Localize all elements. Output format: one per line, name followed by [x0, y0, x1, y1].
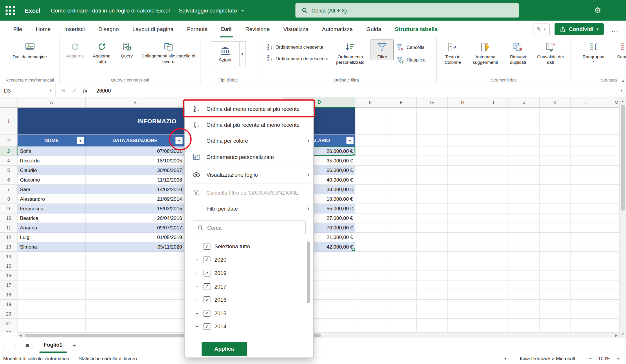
grid-cell[interactable]: [448, 135, 478, 146]
grid-cell[interactable]: [355, 223, 386, 233]
grid-cell[interactable]: [417, 290, 448, 300]
grid-cell[interactable]: [386, 175, 417, 185]
insert-function-icon[interactable]: fx: [83, 88, 88, 94]
menu-item-clear-filter[interactable]: Cancella filtro da 'DATA ASSUNZIONE': [185, 185, 313, 201]
grid-cell[interactable]: [601, 309, 619, 319]
grid-cell[interactable]: [478, 309, 509, 319]
grid-cell[interactable]: [540, 271, 571, 280]
select-all-corner[interactable]: [0, 97, 18, 108]
grid-cell[interactable]: [601, 252, 619, 261]
grid-cell[interactable]: [509, 223, 540, 233]
grid-cell[interactable]: [355, 290, 386, 300]
grid-cell[interactable]: [571, 185, 601, 194]
name-cell[interactable]: Giacomo: [18, 175, 86, 185]
grid-cell[interactable]: [386, 328, 417, 332]
select-all-row[interactable]: ✓Seleziona tutto: [194, 240, 313, 253]
grid-cell[interactable]: [509, 233, 540, 242]
row-header-12[interactable]: 12: [0, 233, 18, 242]
grid-cell[interactable]: [571, 213, 601, 223]
grid-cell[interactable]: [601, 290, 619, 300]
grid-cell[interactable]: [86, 319, 185, 328]
tab-inserisci[interactable]: Inserisci: [57, 21, 91, 38]
year-row-2016[interactable]: +✓2016: [194, 293, 313, 307]
filter-dropdown-button[interactable]: ▾: [175, 137, 183, 144]
grid-cell[interactable]: [571, 175, 601, 185]
filter-button[interactable]: Filtro: [371, 39, 394, 60]
grid-cell[interactable]: [86, 271, 185, 280]
table-resize-handle[interactable]: [352, 248, 355, 251]
tab-disegno[interactable]: Disegno: [91, 21, 125, 38]
image-data-button[interactable]: Dati da immagine: [10, 39, 49, 60]
grid-cell[interactable]: [601, 242, 619, 252]
grid-cell[interactable]: [478, 156, 509, 166]
grid-cell[interactable]: [540, 146, 571, 156]
year-checkbox[interactable]: ✓: [204, 270, 210, 276]
grid-cell[interactable]: [417, 156, 448, 166]
name-cell[interactable]: Claudio: [18, 166, 86, 175]
grid-cell[interactable]: [601, 300, 619, 309]
column-header-b[interactable]: B: [86, 97, 185, 108]
row-header-19[interactable]: 19: [0, 300, 18, 309]
row-header-5[interactable]: 5: [0, 166, 18, 175]
zoom-level[interactable]: 100%: [598, 356, 610, 361]
grid-cell[interactable]: [448, 290, 478, 300]
sort-ascending-button[interactable]: AZ↓ Ordinamento crescente: [266, 43, 330, 51]
grid-cell[interactable]: [601, 166, 619, 175]
grid-cell[interactable]: [417, 271, 448, 280]
year-row-2020[interactable]: +✓2020: [194, 253, 313, 267]
grid-cell[interactable]: [540, 175, 571, 185]
tab-visualizza[interactable]: Visualizza: [277, 21, 315, 38]
sort-descending-button[interactable]: ZA↓ Ordinamento decrescente: [266, 55, 330, 63]
row-header-22[interactable]: 22: [0, 328, 18, 332]
grid-cell[interactable]: [448, 319, 478, 328]
row-header-9[interactable]: 9: [0, 204, 18, 213]
grid-cell[interactable]: [540, 213, 571, 223]
grid-cell[interactable]: [540, 223, 571, 233]
sheet-tab-foglio1[interactable]: Foglio1: [39, 338, 67, 353]
editing-mode-button[interactable]: ✎ ▾: [533, 23, 550, 35]
expand-plus-icon[interactable]: +: [194, 324, 200, 330]
grid-cell[interactable]: [571, 261, 601, 271]
app-launcher-icon[interactable]: [0, 0, 20, 21]
grid-cell[interactable]: [448, 242, 478, 252]
grid-cell[interactable]: [601, 280, 619, 290]
expand-plus-icon[interactable]: +: [194, 297, 200, 303]
grid-cell[interactable]: [448, 309, 478, 319]
row-header-16[interactable]: 16: [0, 271, 18, 280]
name-cell[interactable]: Francesco: [18, 204, 86, 213]
column-header-j[interactable]: J: [509, 97, 540, 108]
grid-cell[interactable]: [601, 135, 619, 146]
grid-cell[interactable]: [540, 194, 571, 204]
grid-cell[interactable]: [478, 223, 509, 233]
grid-cell[interactable]: [571, 204, 601, 213]
grid-cell[interactable]: [417, 194, 448, 204]
tab-revisione[interactable]: Revisione: [239, 21, 277, 38]
grid-cell[interactable]: [417, 185, 448, 194]
grid-cell[interactable]: [509, 146, 540, 156]
date-cell[interactable]: 05/11/2020: [86, 242, 185, 252]
grid-cell[interactable]: [18, 290, 86, 300]
grid-cell[interactable]: [448, 166, 478, 175]
grid-cell[interactable]: [478, 280, 509, 290]
grid-cell[interactable]: [509, 290, 540, 300]
grid-cell[interactable]: [386, 280, 417, 290]
grid-cell[interactable]: [509, 135, 540, 146]
menu-item-sort-by-color[interactable]: Ordina per colore ›: [185, 133, 313, 149]
grid-cell[interactable]: [355, 213, 386, 223]
grid-cell[interactable]: [355, 108, 386, 135]
column-header-i[interactable]: I: [478, 97, 509, 108]
grid-cell[interactable]: [417, 223, 448, 233]
year-row-2015[interactable]: +✓2015: [194, 307, 313, 320]
date-cell[interactable]: 21/09/2014: [86, 194, 185, 204]
grid-cell[interactable]: [601, 213, 619, 223]
row-header-20[interactable]: 20: [0, 309, 18, 319]
grid-cell[interactable]: [386, 146, 417, 156]
app-name[interactable]: Excel: [25, 7, 40, 14]
grid-cell[interactable]: [601, 146, 619, 156]
grid-cell[interactable]: [540, 319, 571, 328]
grid-cell[interactable]: [448, 300, 478, 309]
tab-guida[interactable]: Guida: [360, 21, 388, 38]
name-cell[interactable]: Arianna: [18, 223, 86, 233]
grid-cell[interactable]: [355, 319, 386, 328]
grid-cell[interactable]: [509, 175, 540, 185]
